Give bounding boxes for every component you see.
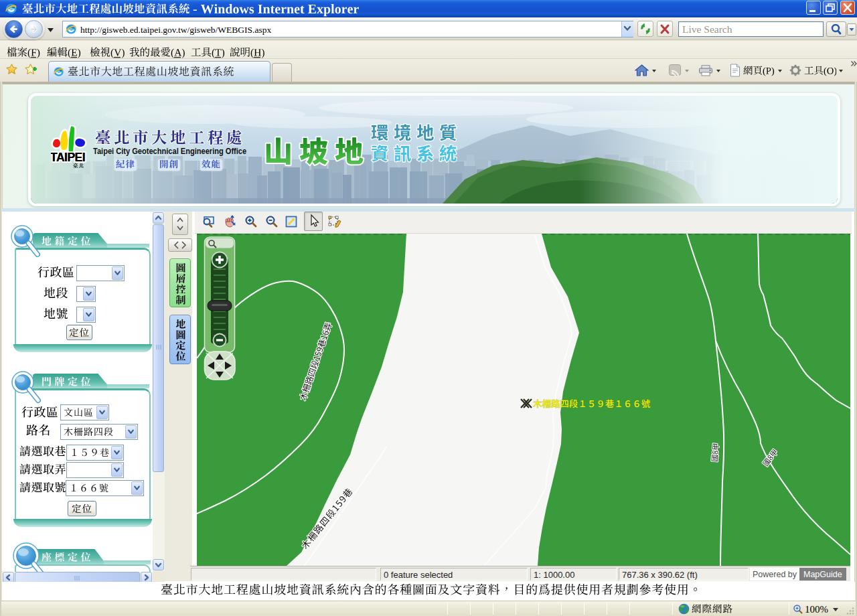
svg-text:TAIPEI: TAIPEI xyxy=(51,151,85,164)
